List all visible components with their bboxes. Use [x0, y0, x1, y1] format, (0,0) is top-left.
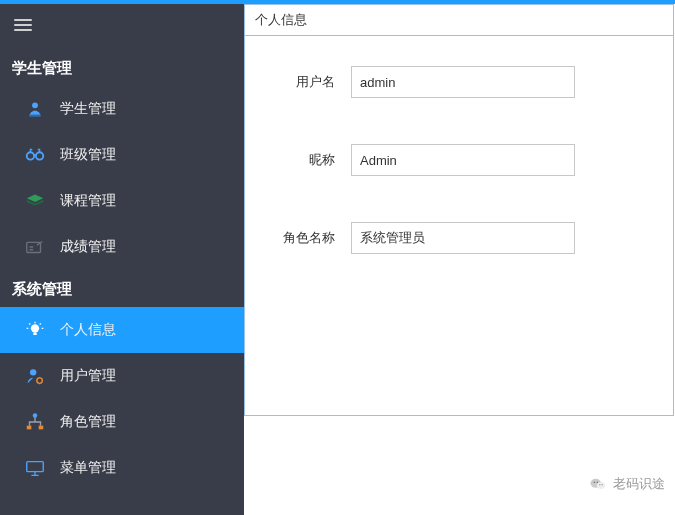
score-icon — [24, 236, 46, 258]
watermark: 老码识途 — [589, 475, 665, 493]
sidebar-item-label: 菜单管理 — [60, 459, 116, 477]
sidebar-item-role-manage[interactable]: 角色管理 — [0, 399, 244, 445]
panel-title: 个人信息 — [245, 5, 673, 36]
username-input[interactable] — [351, 66, 575, 98]
sidebar-item-score-manage[interactable]: 成绩管理 — [0, 224, 244, 270]
svg-point-5 — [31, 324, 39, 332]
svg-point-17 — [599, 484, 600, 485]
content-area: 个人信息 用户名 昵称 角色名称 老码识途 — [244, 4, 675, 515]
sidebar-item-student-manage[interactable]: 学生管理 — [0, 86, 244, 132]
sitemap-icon — [24, 411, 46, 433]
sidebar-item-personal-info[interactable]: 个人信息 — [0, 307, 244, 353]
watermark-text: 老码识途 — [613, 475, 665, 493]
svg-point-16 — [597, 481, 599, 483]
svg-rect-11 — [39, 426, 44, 430]
binoculars-icon — [24, 144, 46, 166]
sidebar: 学生管理 学生管理 班级管理 课程管理 成绩管理 系统管理 — [0, 4, 244, 515]
svg-rect-6 — [33, 333, 36, 336]
lightbulb-icon — [24, 319, 46, 341]
menu-section-system[interactable]: 系统管理 — [0, 270, 244, 307]
sidebar-item-label: 课程管理 — [60, 192, 116, 210]
panel-body: 用户名 昵称 角色名称 — [245, 36, 673, 330]
form-row-nickname: 昵称 — [265, 144, 653, 176]
sidebar-item-user-manage[interactable]: 用户管理 — [0, 353, 244, 399]
svg-point-9 — [33, 413, 38, 418]
sidebar-item-class-manage[interactable]: 班级管理 — [0, 132, 244, 178]
screen-icon — [24, 457, 46, 479]
student-icon — [24, 98, 46, 120]
sidebar-item-label: 个人信息 — [60, 321, 116, 339]
nickname-input[interactable] — [351, 144, 575, 176]
menu-section-student[interactable]: 学生管理 — [0, 49, 244, 86]
svg-rect-1 — [30, 115, 41, 117]
role-label: 角色名称 — [265, 229, 335, 247]
form-row-role: 角色名称 — [265, 222, 653, 254]
book-icon — [24, 190, 46, 212]
svg-point-14 — [597, 482, 605, 489]
user-gear-icon — [24, 365, 46, 387]
form-row-username: 用户名 — [265, 66, 653, 98]
svg-rect-12 — [27, 462, 44, 472]
main-container: 学生管理 学生管理 班级管理 课程管理 成绩管理 系统管理 — [0, 4, 675, 515]
username-label: 用户名 — [265, 73, 335, 91]
info-panel: 个人信息 用户名 昵称 角色名称 — [244, 4, 674, 416]
svg-point-0 — [32, 102, 38, 108]
svg-point-15 — [594, 481, 596, 483]
wechat-icon — [589, 475, 607, 493]
svg-rect-10 — [27, 426, 32, 430]
sidebar-item-label: 角色管理 — [60, 413, 116, 431]
role-input[interactable] — [351, 222, 575, 254]
nickname-label: 昵称 — [265, 151, 335, 169]
hamburger-menu-button[interactable] — [0, 4, 244, 49]
svg-point-3 — [36, 152, 43, 159]
sidebar-item-course-manage[interactable]: 课程管理 — [0, 178, 244, 224]
svg-point-18 — [602, 484, 603, 485]
sidebar-item-menu-manage[interactable]: 菜单管理 — [0, 445, 244, 491]
sidebar-item-label: 班级管理 — [60, 146, 116, 164]
sidebar-item-label: 成绩管理 — [60, 238, 116, 256]
svg-point-2 — [27, 152, 34, 159]
sidebar-item-label: 学生管理 — [60, 100, 116, 118]
sidebar-item-label: 用户管理 — [60, 367, 116, 385]
svg-point-7 — [30, 369, 36, 375]
hamburger-icon — [14, 16, 32, 34]
